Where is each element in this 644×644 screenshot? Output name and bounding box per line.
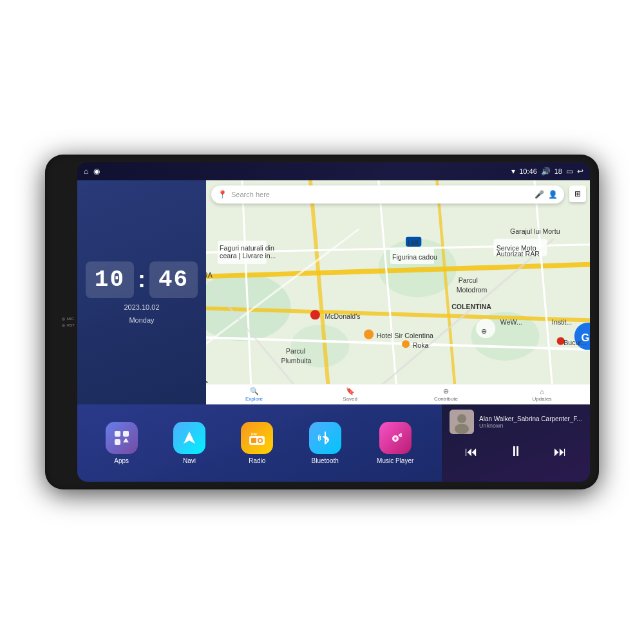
clock-widget: 10 : 46 2023.10.02 Monday: [77, 180, 206, 404]
svg-point-65: [259, 439, 261, 442]
app-item-music[interactable]: Music Player: [377, 422, 413, 464]
music-title: Alan Walker_Sabrina Carpenter_F...: [479, 415, 582, 422]
navi-label: Navi: [183, 457, 196, 464]
map-voice-icon[interactable]: 🎤: [535, 190, 544, 199]
clock-date: 2023.10.02: [124, 303, 159, 311]
clock-display: 10 : 46: [86, 261, 198, 298]
svg-text:Instit...: Instit...: [552, 318, 572, 326]
map-tabs: 🔍 Explore 🔖 Saved ⊕ Contribute ⌂: [206, 384, 590, 404]
svg-rect-59: [115, 439, 120, 445]
rst-label: RST: [67, 323, 75, 327]
svg-point-17: [310, 310, 320, 319]
volume-icon: 🔊: [541, 167, 551, 176]
map-tab-contribute[interactable]: ⊕ Contribute: [398, 384, 494, 404]
svg-text:Garajul lui Mortu: Garajul lui Mortu: [510, 227, 560, 235]
music-prev-button[interactable]: ⏮: [462, 442, 480, 462]
map-search-placeholder: Search here: [231, 191, 531, 198]
map-layers-button[interactable]: ⊞: [569, 185, 586, 202]
mic-indicator: MIC: [62, 317, 75, 321]
svg-text:COLENTINA: COLENTINA: [451, 303, 491, 310]
location-icon[interactable]: ◉: [93, 167, 100, 176]
svg-point-74: [455, 424, 469, 434]
music-player-panel: Alan Walker_Sabrina Carpenter_F... Unkno…: [442, 404, 590, 482]
svg-point-30: [402, 340, 410, 348]
svg-text:Plumbuita: Plumbuita: [281, 357, 311, 365]
svg-point-68: [394, 437, 397, 440]
battery-icon: ▭: [566, 167, 573, 176]
svg-marker-61: [184, 431, 195, 444]
app-item-bluetooth[interactable]: Bluetooth: [309, 422, 341, 464]
app-item-apps[interactable]: Apps: [106, 422, 138, 464]
layers-icon: ⊞: [574, 189, 581, 198]
navi-icon: [173, 422, 205, 454]
svg-marker-60: [123, 438, 129, 442]
wifi-icon: ▾: [511, 167, 515, 176]
radio-icon: FM: [241, 422, 273, 454]
svg-text:Lidl: Lidl: [408, 239, 418, 247]
contribute-icon: ⊕: [443, 387, 449, 395]
svg-text:Bucur...: Bucur...: [564, 339, 587, 346]
volume-level: 18: [554, 167, 562, 175]
side-controls: MIC RST: [59, 317, 75, 327]
bottom-section: Apps Navi: [77, 404, 590, 482]
svg-point-73: [457, 414, 466, 423]
svg-rect-57: [115, 431, 120, 437]
map-search-icon: 📍: [218, 190, 227, 199]
map-svg: McDonald's Hotel Sir Colentina Lidl COLE…: [206, 180, 590, 404]
music-album-art: [450, 410, 474, 434]
status-right-icons: ▾ 10:46 🔊 18 ▭ ↩: [511, 167, 583, 176]
map-search-bar[interactable]: 📍 Search here 🎤 👤: [211, 185, 564, 204]
screen: ⌂ ◉ ▾ 10:46 🔊 18 ▭ ↩ 10 :: [77, 162, 590, 482]
back-icon[interactable]: ↩: [577, 167, 583, 176]
main-content: 10 : 46 2023.10.02 Monday: [77, 180, 590, 482]
svg-text:Autorizat RAR: Autorizat RAR: [497, 250, 540, 258]
svg-text:Parcul: Parcul: [286, 347, 305, 355]
svg-text:APINATURA: APINATURA: [206, 271, 213, 279]
updates-icon: ⌂: [540, 388, 544, 395]
bluetooth-label: Bluetooth: [312, 457, 339, 464]
map-account-icon[interactable]: 👤: [548, 190, 558, 199]
radio-label: Radio: [249, 457, 265, 464]
rst-indicator: RST: [62, 323, 75, 327]
svg-rect-63: [251, 438, 256, 443]
updates-label: Updates: [533, 396, 552, 402]
saved-icon: 🔖: [346, 387, 355, 395]
app-item-navi[interactable]: Navi: [173, 422, 205, 464]
status-left-icons: ⌂ ◉: [84, 167, 100, 176]
svg-text:McDonald's: McDonald's: [325, 312, 361, 320]
svg-point-19: [364, 329, 374, 339]
svg-text:Roka: Roka: [413, 341, 429, 349]
map-tab-explore[interactable]: 🔍 Explore: [206, 384, 302, 404]
map-tab-saved[interactable]: 🔖 Saved: [302, 384, 398, 404]
music-next-button[interactable]: ⏭: [551, 442, 569, 462]
contribute-label: Contribute: [434, 396, 458, 402]
rst-dot: [62, 324, 65, 327]
clock-day: Monday: [129, 316, 154, 324]
map-widget[interactable]: McDonald's Hotel Sir Colentina Lidl COLE…: [206, 180, 590, 404]
clock-minute: 46: [149, 261, 198, 298]
bluetooth-icon: [309, 422, 341, 454]
music-text: Alan Walker_Sabrina Carpenter_F... Unkno…: [479, 415, 582, 429]
svg-text:Motodrom: Motodrom: [457, 286, 488, 294]
svg-text:FM: FM: [251, 432, 257, 436]
clock-colon: :: [138, 266, 146, 293]
status-bar: ⌂ ◉ ▾ 10:46 🔊 18 ▭ ↩: [77, 162, 590, 180]
app-item-radio[interactable]: FM Radio: [241, 422, 273, 464]
music-controls: ⏮ ⏸ ⏭: [450, 438, 582, 465]
home-icon[interactable]: ⌂: [84, 167, 88, 176]
music-info: Alan Walker_Sabrina Carpenter_F... Unkno…: [450, 410, 582, 434]
music-play-button[interactable]: ⏸: [506, 440, 526, 462]
svg-text:Parcul: Parcul: [459, 276, 478, 284]
apps-icon: [106, 422, 138, 454]
explore-label: Explore: [245, 396, 263, 402]
svg-text:Figurina cadou: Figurina cadou: [392, 253, 437, 261]
car-head-unit: MIC RST ⌂ ◉ ▾ 10:46 🔊 18 ▭ ↩: [45, 155, 599, 489]
status-time: 10:46: [519, 167, 537, 175]
apps-label: Apps: [114, 457, 129, 464]
svg-rect-58: [123, 431, 129, 437]
svg-text:ceara | Livrare in...: ceara | Livrare in...: [220, 252, 276, 260]
svg-text:Hotel Sir Colentina: Hotel Sir Colentina: [377, 332, 433, 339]
svg-text:WeW...: WeW...: [500, 318, 522, 326]
music-player-label: Music Player: [377, 457, 413, 464]
map-tab-updates[interactable]: ⌂ Updates: [494, 384, 590, 404]
